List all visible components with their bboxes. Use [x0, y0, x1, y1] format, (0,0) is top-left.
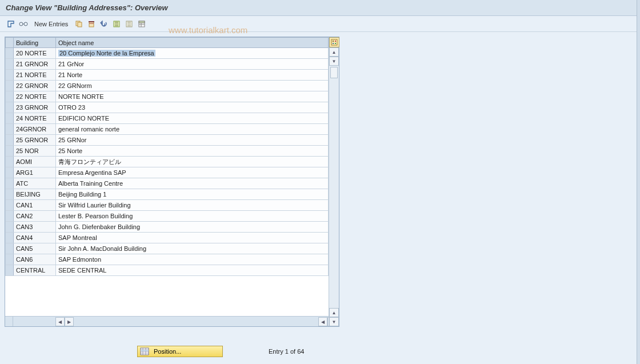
table-row[interactable]: AOMI青海フロンティアビル — [6, 157, 329, 167]
row-selector[interactable] — [6, 48, 14, 59]
building-cell[interactable]: 25 NOR — [14, 146, 56, 157]
new-entries-button[interactable]: New Entries — [31, 19, 71, 29]
scroll-up-icon[interactable]: ▲ — [329, 47, 339, 57]
column-name-header[interactable]: Object name — [56, 38, 329, 48]
object-name-cell[interactable]: Alberta Training Centre — [56, 178, 329, 189]
building-cell[interactable]: 21 GRNOR — [14, 59, 56, 70]
row-selector[interactable] — [6, 167, 14, 178]
building-cell[interactable]: 21 NORTE — [14, 70, 56, 81]
object-name-cell[interactable]: 20 Complejo Norte de la Empresa — [56, 48, 329, 59]
row-selector[interactable] — [6, 178, 14, 189]
building-cell[interactable]: 24 NORTE — [14, 113, 56, 124]
row-selector[interactable] — [6, 59, 14, 70]
building-cell[interactable]: ATC — [14, 178, 56, 189]
row-selector[interactable] — [6, 81, 14, 91]
glasses-icon[interactable] — [18, 19, 29, 29]
object-name-cell[interactable]: Sir Wilfrid Laurier Building — [56, 200, 329, 211]
row-selector[interactable] — [6, 157, 14, 167]
row-selector[interactable] — [6, 243, 14, 254]
row-selector[interactable] — [6, 233, 14, 243]
h-scroll-right-icon[interactable]: ▶ — [65, 317, 74, 326]
object-name-cell[interactable]: OTRO 23 — [56, 102, 329, 113]
object-name-cell[interactable]: John G. Diefenbaker Building — [56, 222, 329, 233]
table-row[interactable]: 21 GRNOR21 GrNor — [6, 59, 329, 70]
object-name-cell[interactable]: 25 GRNor — [56, 135, 329, 146]
scroll-thumb[interactable] — [330, 67, 338, 78]
building-cell[interactable]: AOMI — [14, 157, 56, 167]
row-selector[interactable] — [6, 102, 14, 113]
object-name-cell[interactable]: 青海フロンティアビル — [56, 157, 329, 167]
row-selector[interactable] — [6, 189, 14, 200]
object-name-cell[interactable]: Lester B. Pearson Building — [56, 211, 329, 222]
row-selector[interactable] — [6, 146, 14, 157]
copy-icon[interactable] — [74, 19, 84, 29]
deselect-all-icon[interactable] — [124, 19, 134, 29]
table-row[interactable]: 25 NOR25 Norte — [6, 146, 329, 157]
scroll-track[interactable] — [329, 66, 339, 308]
row-selector[interactable] — [6, 211, 14, 222]
row-selector[interactable] — [6, 70, 14, 81]
building-cell[interactable]: 22 GRNOR — [14, 81, 56, 91]
object-name-cell[interactable]: Beijing Building 1 — [56, 189, 329, 200]
table-row[interactable]: 23 GRNOROTRO 23 — [6, 102, 329, 113]
table-row[interactable]: CAN1Sir Wilfrid Laurier Building — [6, 200, 329, 211]
building-cell[interactable]: CAN1 — [14, 200, 56, 211]
position-button[interactable]: Position... — [137, 346, 223, 357]
table-row[interactable]: ATCAlberta Training Centre — [6, 178, 329, 189]
row-selector[interactable] — [6, 113, 14, 124]
object-name-cell[interactable]: 21 GrNor — [56, 59, 329, 70]
building-cell[interactable]: 25 GRNOR — [14, 135, 56, 146]
row-selector[interactable] — [6, 222, 14, 233]
object-name-cell[interactable]: 25 Norte — [56, 146, 329, 157]
row-selector[interactable] — [6, 135, 14, 146]
table-row[interactable]: 21 NORTE21 Norte — [6, 70, 329, 81]
table-row[interactable]: 24 NORTEEDIFICIO NORTE — [6, 113, 329, 124]
table-row[interactable]: 22 GRNOR22 GRNorm — [6, 81, 329, 91]
toggle-detail-icon[interactable] — [6, 19, 16, 29]
table-icon[interactable] — [137, 19, 147, 29]
building-cell[interactable]: 23 GRNOR — [14, 102, 56, 113]
column-building-header[interactable]: Building — [14, 38, 56, 48]
object-name-cell[interactable]: 21 Norte — [56, 70, 329, 81]
table-settings-icon[interactable] — [329, 37, 339, 47]
table-row[interactable]: CAN2Lester B. Pearson Building — [6, 211, 329, 222]
building-cell[interactable]: CAN2 — [14, 211, 56, 222]
object-name-cell[interactable]: NORTE NORTE — [56, 91, 329, 102]
building-cell[interactable]: CAN3 — [14, 222, 56, 233]
delete-icon[interactable] — [86, 19, 97, 29]
row-selector-header[interactable] — [6, 38, 14, 48]
row-selector[interactable] — [6, 265, 14, 276]
row-selector[interactable] — [6, 200, 14, 211]
object-name-cell[interactable]: SAP Edmonton — [56, 254, 329, 265]
scroll-down-end-icon[interactable]: ▼ — [329, 317, 339, 326]
h-scroll-left-icon[interactable]: ◀ — [55, 317, 65, 326]
building-cell[interactable]: ARG1 — [14, 167, 56, 178]
row-selector[interactable] — [6, 124, 14, 135]
building-cell[interactable]: BEIJING — [14, 189, 56, 200]
table-row[interactable]: 22 NORTENORTE NORTE — [6, 91, 329, 102]
object-name-cell[interactable]: general romanic norte — [56, 124, 329, 135]
table-row[interactable]: BEIJINGBeijing Building 1 — [6, 189, 329, 200]
object-name-cell[interactable]: SEDE CENTRAL — [56, 265, 329, 276]
row-selector[interactable] — [6, 91, 14, 102]
building-cell[interactable]: CAN5 — [14, 243, 56, 254]
table-row[interactable]: 24GRNORgeneral romanic norte — [6, 124, 329, 135]
building-cell[interactable]: 24GRNOR — [14, 124, 56, 135]
object-name-cell[interactable]: Sir John A. MacDonald Building — [56, 243, 329, 254]
table-row[interactable]: CAN4SAP Montreal — [6, 233, 329, 243]
table-row[interactable]: ARG1Empresa Argentina SAP — [6, 167, 329, 178]
table-row[interactable]: CAN6SAP Edmonton — [6, 254, 329, 265]
object-name-cell[interactable]: Empresa Argentina SAP — [56, 167, 329, 178]
table-row[interactable]: CAN5Sir John A. MacDonald Building — [6, 243, 329, 254]
building-cell[interactable]: 20 NORTE — [14, 48, 56, 59]
table-row[interactable]: CAN3John G. Diefenbaker Building — [6, 222, 329, 233]
row-selector[interactable] — [6, 254, 14, 265]
building-cell[interactable]: CAN6 — [14, 254, 56, 265]
object-name-cell[interactable]: SAP Montreal — [56, 233, 329, 243]
building-cell[interactable]: CENTRAL — [14, 265, 56, 276]
select-all-icon[interactable] — [111, 19, 122, 29]
scroll-down-icon[interactable]: ▼ — [329, 57, 339, 66]
h-scroll-left-end-icon[interactable]: ◀ — [318, 317, 327, 326]
table-row[interactable]: CENTRALSEDE CENTRAL — [6, 265, 329, 276]
object-name-cell[interactable]: EDIFICIO NORTE — [56, 113, 329, 124]
